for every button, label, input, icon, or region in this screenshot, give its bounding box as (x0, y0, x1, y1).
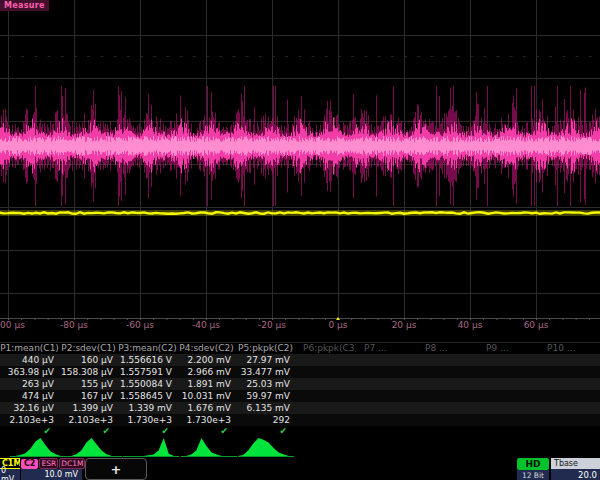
waveform-grid-canvas (0, 0, 600, 320)
measure-cell-P10-row0 (539, 354, 600, 366)
measure-header-P7[interactable]: P7 ... (356, 343, 417, 354)
measure-cell-P6-row2 (295, 378, 356, 390)
measure-cell-P2-row0: 160 µV (59, 354, 118, 366)
add-trace-button[interactable]: + (85, 458, 147, 480)
histicon-row (0, 436, 600, 458)
measure-cell-P3-row5: 1.730e+3 (118, 414, 177, 426)
measure-cell-P10-row3 (539, 390, 600, 402)
measure-header-P3[interactable]: P3:mean(C2) (118, 343, 177, 354)
measure-cell-P4-row0: 2.200 mV (177, 354, 236, 366)
measure-cell-P7-row4 (356, 402, 417, 414)
measure-cell-P1-row2: 263 µV (0, 378, 59, 390)
measure-header-P10[interactable]: P10 ... (539, 343, 600, 354)
time-axis-label: -100 µs (0, 320, 25, 330)
measure-cell-P7-row0 (356, 354, 417, 366)
c1-volts-per-div: 0 mV (1, 466, 20, 480)
histicon-shape-P5 (238, 438, 294, 456)
histicon-shape-P3 (123, 438, 179, 456)
c2-channel-badge: C2 (21, 459, 38, 469)
measure-cell-P2-row5: 2.103e+3 (59, 414, 118, 426)
measure-cell-P7-row3 (356, 390, 417, 402)
time-axis-label: 20 µs (392, 320, 417, 330)
measure-cell-P10-row1 (539, 366, 600, 378)
measure-cell-P10-row2 (539, 378, 600, 390)
measure-cell-P6-row4 (295, 402, 356, 414)
measure-cell-P3-row1: 1.557591 V (118, 366, 177, 378)
measure-cell-P2-row3: 167 µV (59, 390, 118, 402)
c2-eres-chip: ESR (39, 458, 58, 469)
measure-cell-P8-row4 (417, 402, 478, 414)
measure-header-P6[interactable]: P6:pkpk(C3) (295, 343, 356, 354)
measure-cell-P5-row3: 59.97 mV (236, 390, 295, 402)
measure-cell-P6-row5 (295, 414, 356, 426)
measure-cell-P10-row4 (539, 402, 600, 414)
measure-cell-P3-row0: 1.556616 V (118, 354, 177, 366)
plus-icon: + (111, 462, 122, 477)
measure-cell-P1-row5: 2.103e+3 (0, 414, 59, 426)
measure-cell-P9-row0 (478, 354, 539, 366)
oscilloscope-screen: Measure -100 µs-80 µs-60 µs-40 µs-20 µs0… (0, 0, 600, 480)
measure-cell-P6-row3 (295, 390, 356, 402)
descriptor-bar: C1M 0 mV C2 ESR DC1M 10.0 mV + HD 12 Bit (0, 458, 600, 480)
timebase-descriptor[interactable]: Tbase 20.0 (551, 458, 600, 480)
measure-cell-P4-row2: 1.891 mV (177, 378, 236, 390)
time-axis-label: 0 µs (328, 320, 347, 330)
hd-badge: HD (517, 458, 549, 470)
measure-cell-P4-row3: 10.031 mV (177, 390, 236, 402)
measure-cell-P5-row4: 6.135 mV (236, 402, 295, 414)
histicon-P2 (66, 436, 122, 458)
histicon-P5 (238, 436, 294, 458)
measure-cell-P9-row4 (478, 402, 539, 414)
hd-mode-indicator[interactable]: HD 12 Bit (517, 458, 549, 480)
measure-cell-P1-row4: 32.16 µV (0, 402, 59, 414)
measure-cell-P8-row3 (417, 390, 478, 402)
measure-cell-P5-row2: 25.03 mV (236, 378, 295, 390)
measure-cell-P3-row2: 1.550084 V (118, 378, 177, 390)
measure-cell-P2-row1: 158.308 µV (59, 366, 118, 378)
hd-bit-depth: 12 Bit (522, 471, 544, 480)
time-axis-label: -20 µs (258, 320, 286, 330)
active-menu-label[interactable]: Measure (0, 0, 49, 11)
histicon-P3 (123, 436, 179, 458)
measure-cell-P2-row2: 155 µV (59, 378, 118, 390)
measure-cell-P6-row1 (295, 366, 356, 378)
measure-cell-P9-row5 (478, 414, 539, 426)
measure-cell-P5-row1: 33.477 mV (236, 366, 295, 378)
measure-header-P1[interactable]: P1:mean(C1) (0, 343, 59, 354)
measure-header-P5[interactable]: P5:pkpk(C2) (236, 343, 295, 354)
c2-coupling-chip: DC1M (59, 458, 85, 469)
measure-header-P9[interactable]: P9 ... (478, 343, 539, 354)
measure-cell-P1-row0: 440 µV (0, 354, 59, 366)
channel-c1-descriptor[interactable]: C1M 0 mV (0, 458, 20, 480)
histicon-shape-P4 (181, 438, 237, 456)
time-axis-label: -40 µs (192, 320, 220, 330)
measure-cell-P2-row4: 1.399 µV (59, 402, 118, 414)
measure-header-P8[interactable]: P8 ... (417, 343, 478, 354)
measure-cell-P10-row5 (539, 414, 600, 426)
time-axis-label: 60 µs (524, 320, 549, 330)
measurement-table: P1:mean(C1)P2:sdev(C1)P3:mean(C2)P4:sdev… (0, 342, 600, 437)
measure-cell-P9-row3 (478, 390, 539, 402)
measure-cell-P8-row5 (417, 414, 478, 426)
measure-cell-P4-row5: 1.730e+3 (177, 414, 236, 426)
measure-cell-P7-row1 (356, 366, 417, 378)
histicon-shape-P1 (10, 438, 66, 456)
histicon-shape-P2 (66, 438, 122, 456)
time-axis-label: -60 µs (126, 320, 154, 330)
measure-cell-P7-row2 (356, 378, 417, 390)
channel-c2-descriptor[interactable]: C2 ESR DC1M 10.0 mV (21, 458, 82, 480)
measure-cell-P3-row4: 1.339 mV (118, 402, 177, 414)
time-axis: -100 µs-80 µs-60 µs-40 µs-20 µs0 µs20 µs… (0, 320, 600, 334)
measure-cell-P3-row3: 1.558645 V (118, 390, 177, 402)
measure-cell-P6-row0 (295, 354, 356, 366)
measure-cell-P4-row4: 1.676 mV (177, 402, 236, 414)
measure-cell-P8-row0 (417, 354, 478, 366)
timebase-label: Tbase (551, 458, 600, 469)
histicon-P1 (10, 436, 66, 458)
measure-cell-P1-row1: 363.98 µV (0, 366, 59, 378)
measure-cell-P7-row5 (356, 414, 417, 426)
measure-header-P4[interactable]: P4:sdev(C2) (177, 343, 236, 354)
measure-header-P2[interactable]: P2:sdev(C1) (59, 343, 118, 354)
timebase-value: 20.0 (578, 470, 597, 480)
measure-cell-P4-row1: 2.966 mV (177, 366, 236, 378)
